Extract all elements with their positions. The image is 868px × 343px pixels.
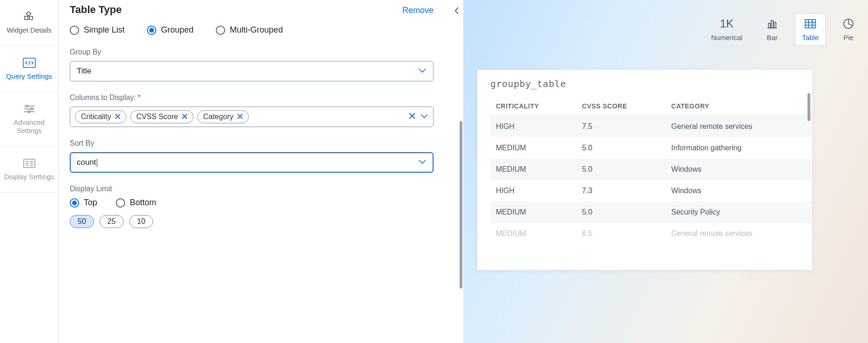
scrollbar-thumb[interactable] <box>460 121 462 289</box>
vis-pie[interactable]: Pie <box>836 14 861 45</box>
svg-rect-20 <box>774 22 776 28</box>
group-by-field: Group By Title <box>70 48 434 81</box>
vis-label: Bar <box>767 34 777 41</box>
preview-table: CRITICALITY CVSS SCORE CATEGORY HIGH7.5G… <box>490 98 812 244</box>
chip-criticality: Criticality <box>75 110 127 123</box>
chevron-down-icon <box>418 67 427 75</box>
table-type-title: Table Type <box>70 4 122 16</box>
radio-label: Simple List <box>84 25 125 35</box>
sidebar-item-label: Query Settings <box>6 72 52 81</box>
display-limit-label: Display Limit <box>70 185 434 193</box>
radio-label: Top <box>84 198 97 208</box>
col-header[interactable]: CVSS SCORE <box>576 98 666 116</box>
col-header[interactable]: CATEGORY <box>666 98 812 116</box>
radio-label: Multi-Grouped <box>230 25 283 35</box>
svg-point-7 <box>31 108 33 110</box>
svg-rect-2 <box>26 12 31 16</box>
vis-bar[interactable]: Bar <box>760 14 784 45</box>
chip-remove-icon[interactable] <box>115 113 120 121</box>
radio-dot <box>116 198 125 208</box>
collapse-toggle-bar <box>450 0 463 343</box>
svg-rect-10 <box>24 159 35 168</box>
clear-all-icon[interactable] <box>409 113 415 121</box>
sort-by-label: Sort By <box>70 139 434 148</box>
preview-card-title: groupby_table <box>490 78 812 89</box>
radio-dot <box>70 26 79 35</box>
group-by-select[interactable]: Title <box>70 61 434 81</box>
display-limit-field: Display Limit Top Bottom 50 25 10 <box>70 185 434 228</box>
chip-label: CVSS Score <box>136 113 178 121</box>
limit-pill-10[interactable]: 10 <box>129 215 154 228</box>
columns-label-text: Columns to Display: <box>70 94 136 101</box>
chevron-down-icon[interactable] <box>420 113 428 121</box>
svg-rect-18 <box>768 23 770 28</box>
columns-label: Columns to Display:* <box>70 94 434 102</box>
columns-field: Columns to Display:* Criticality CVSS Sc… <box>70 94 434 127</box>
table-row[interactable]: HIGH7.3Windows <box>490 180 812 202</box>
remove-link[interactable]: Remove <box>402 6 434 15</box>
svg-rect-1 <box>29 16 33 20</box>
vis-label: Numerical <box>711 34 743 41</box>
sort-by-field: Sort By count <box>70 139 434 173</box>
list-settings-icon <box>23 158 36 169</box>
preview-pane: 1K Numerical Bar Table <box>463 0 868 343</box>
limit-pill-25[interactable]: 25 <box>100 215 124 228</box>
sort-by-value: count <box>77 158 97 167</box>
sidebar-item-label: Display Settings <box>4 173 54 181</box>
chip-cvss-score: CVSS Score <box>130 110 194 123</box>
radio-bottom[interactable]: Bottom <box>116 198 156 208</box>
sidebar-item-advanced-settings[interactable]: Advanced Settings <box>0 92 58 147</box>
radio-top[interactable]: Top <box>70 198 97 208</box>
form-pane: Table Type Remove Simple List Grouped Mu… <box>59 0 450 343</box>
radio-dot <box>216 26 225 35</box>
table-row[interactable]: HIGH7.5General remote services <box>490 116 812 138</box>
limit-pill-50[interactable]: 50 <box>70 215 94 228</box>
svg-point-5 <box>26 105 28 107</box>
radio-grouped[interactable]: Grouped <box>147 25 194 35</box>
table-type-radio-group: Simple List Grouped Multi-Grouped <box>70 25 434 35</box>
chip-category: Category <box>197 110 249 123</box>
code-icon <box>23 57 36 68</box>
sidebar-item-widget-details[interactable]: Widget Details <box>0 0 58 46</box>
numerical-icon: 1K <box>720 18 734 30</box>
radio-simple-list[interactable]: Simple List <box>70 25 125 35</box>
sort-by-select[interactable]: count <box>70 152 434 173</box>
vis-numerical[interactable]: 1K Numerical <box>705 14 749 45</box>
preview-card: groupby_table CRITICALITY CVSS SCORE CAT… <box>477 70 812 270</box>
svg-rect-21 <box>805 20 815 28</box>
table-row[interactable]: MEDIUM5.0Information gathering <box>490 137 812 159</box>
chip-remove-icon[interactable] <box>237 113 243 121</box>
sidebar-item-query-settings[interactable]: Query Settings <box>0 46 58 92</box>
sidebar-item-label: Advanced Settings <box>4 118 54 135</box>
sidebar-item-label: Widget Details <box>7 26 52 34</box>
group-by-label: Group By <box>70 48 434 56</box>
bar-chart-icon <box>767 18 778 30</box>
columns-multiselect[interactable]: Criticality CVSS Score Category <box>70 107 434 127</box>
required-asterisk: * <box>138 94 140 101</box>
settings-sidebar: Widget Details Query Settings Advanced S… <box>0 0 59 343</box>
sliders-icon <box>23 103 36 114</box>
table-row[interactable]: MEDIUM6.5General remote services <box>490 223 812 244</box>
chip-remove-icon[interactable] <box>182 113 187 121</box>
chip-label: Criticality <box>81 113 111 121</box>
preview-scrollbar-thumb[interactable] <box>808 93 810 121</box>
col-header[interactable]: CRITICALITY <box>490 98 576 116</box>
chip-label: Category <box>203 113 234 121</box>
visualization-toggle: 1K Numerical Bar Table <box>705 14 861 45</box>
svg-point-9 <box>28 111 30 113</box>
chevron-down-icon <box>418 158 427 167</box>
vis-table[interactable]: Table <box>795 14 825 45</box>
pie-chart-icon <box>843 18 854 30</box>
table-row[interactable]: MEDIUM5.0Windows <box>490 159 812 180</box>
radio-dot <box>70 198 79 208</box>
collapse-left-icon[interactable] <box>454 7 460 17</box>
radio-dot <box>147 26 156 35</box>
radio-multi-grouped[interactable]: Multi-Grouped <box>216 25 283 35</box>
table-row[interactable]: MEDIUM5.0Security Policy <box>490 202 812 223</box>
group-by-value: Title <box>77 67 92 76</box>
radio-label: Bottom <box>130 198 156 208</box>
sidebar-item-display-settings[interactable]: Display Settings <box>0 147 58 193</box>
svg-rect-19 <box>771 20 773 28</box>
dashboard-icon <box>23 11 36 22</box>
svg-rect-0 <box>25 16 28 20</box>
